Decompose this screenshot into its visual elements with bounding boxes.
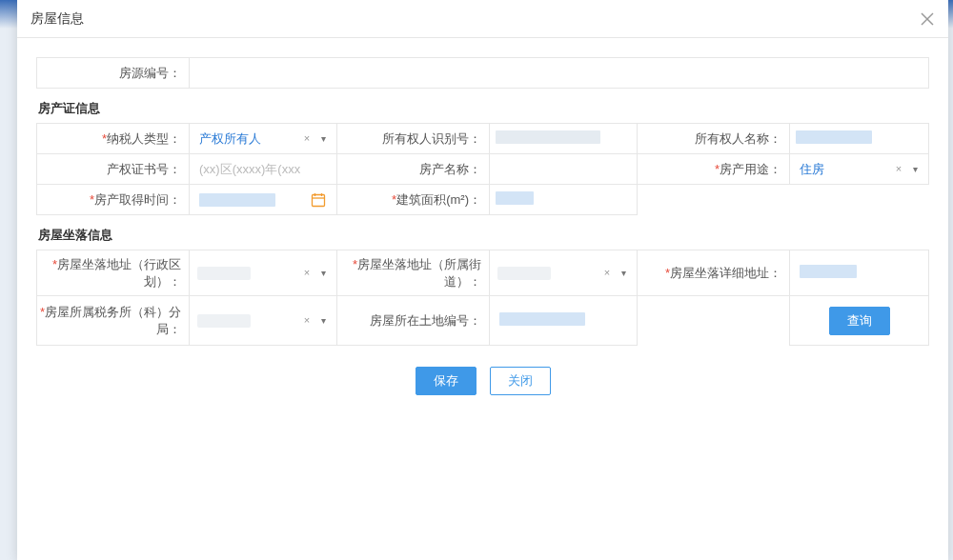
street-label: *房屋坐落地址（所属街道）： [337, 250, 490, 296]
land-no-value [499, 312, 585, 326]
land-no-cell [490, 296, 638, 346]
owner-name-label: 所有权人名称： [638, 124, 790, 154]
prop-use-label: *房产用途： [638, 154, 790, 185]
source-number-cell [190, 58, 929, 89]
cert-no-label: 产权证书号： [37, 154, 190, 185]
chevron-down-icon[interactable]: ▾ [616, 268, 631, 278]
svg-rect-2 [313, 194, 325, 206]
close-icon[interactable] [916, 8, 939, 30]
street-select[interactable]: × ▾ [496, 260, 631, 287]
tax-office-label: *房屋所属税务所（科）分局： [37, 296, 190, 346]
save-button[interactable]: 保存 [416, 367, 476, 395]
build-area-cell [490, 185, 638, 215]
owner-id-value [496, 130, 600, 144]
source-number-label: 房源编号： [37, 58, 190, 89]
owner-name-value [796, 130, 872, 144]
source-table: 房源编号： [36, 57, 929, 89]
clear-icon[interactable]: × [300, 314, 314, 328]
owner-id-label: 所有权人识别号： [337, 124, 490, 154]
section-location-title: 房屋坐落信息 [36, 219, 929, 250]
admin-div-label: *房屋坐落地址（行政区划）： [37, 250, 190, 296]
taxpayer-type-label: *纳税人类型： [37, 124, 190, 154]
chevron-down-icon[interactable]: ▾ [315, 315, 331, 326]
prop-name-label: 房产名称： [337, 154, 490, 185]
acquire-time-value [199, 193, 275, 207]
clear-icon[interactable]: × [600, 267, 614, 280]
taxpayer-type-value: 产权所有人 [195, 130, 300, 148]
owner-id-cell [490, 124, 638, 154]
cert-no-input[interactable] [195, 156, 331, 183]
acquire-time-label: *房产取得时间： [37, 185, 190, 215]
clear-icon[interactable]: × [892, 163, 905, 176]
detail-addr-label: *房屋坐落详细地址： [638, 250, 790, 296]
chevron-down-icon[interactable]: ▾ [315, 133, 331, 144]
close-button[interactable]: 关闭 [490, 367, 551, 395]
section-cert-title: 房产证信息 [36, 92, 929, 123]
tax-office-select[interactable]: × ▾ [195, 308, 331, 334]
modal-footer: 保存 关闭 [36, 346, 929, 395]
modal-header: 房屋信息 [17, 0, 948, 38]
build-area-value [496, 191, 534, 205]
detail-addr-value [800, 265, 857, 278]
prop-name-cell [490, 154, 638, 185]
owner-name-cell [790, 124, 929, 154]
street-value [497, 267, 551, 280]
admin-div-value [197, 267, 251, 280]
taxpayer-type-select[interactable]: 产权所有人 × ▾ [195, 126, 331, 152]
admin-div-select[interactable]: × ▾ [195, 260, 331, 287]
chevron-down-icon[interactable]: ▾ [315, 268, 331, 278]
query-button[interactable]: 查询 [829, 307, 890, 335]
chevron-down-icon[interactable]: ▾ [907, 164, 923, 174]
modal-body: 房源编号： 房产证信息 *纳税人类型： 产权所有人 × ▾ [17, 38, 948, 560]
clear-icon[interactable]: × [300, 267, 314, 280]
modal-title: 房屋信息 [30, 10, 84, 28]
clear-icon[interactable]: × [300, 132, 314, 146]
location-table: *房屋坐落地址（行政区划）： × ▾ *房屋坐落地址（所属街道）： × [36, 250, 929, 346]
tax-office-value [197, 314, 251, 328]
prop-use-value: 住房 [796, 161, 892, 178]
build-area-label: *建筑面积(m²)： [337, 185, 490, 215]
land-no-label: 房屋所在土地编号： [337, 296, 490, 346]
detail-addr-cell [790, 250, 929, 296]
cert-table: *纳税人类型： 产权所有人 × ▾ 所有权人识别号： 所有权人名称： [36, 123, 929, 215]
modal-dialog: 房屋信息 房源编号： 房产证信息 *纳税人类型： [17, 0, 948, 560]
prop-use-select[interactable]: 住房 × ▾ [796, 156, 923, 183]
acquire-time-input[interactable] [195, 187, 331, 213]
calendar-icon[interactable] [310, 191, 327, 209]
